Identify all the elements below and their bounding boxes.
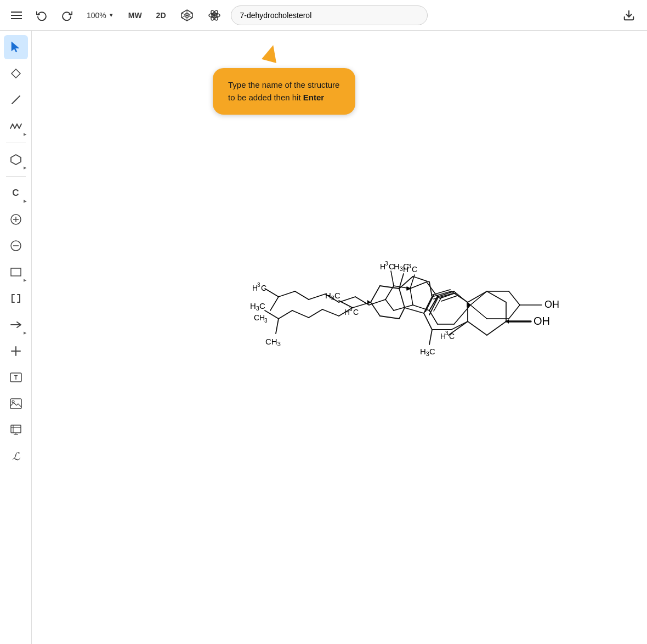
svg-line-117 (413, 276, 429, 282)
tool-ring[interactable]: ▶ (4, 148, 28, 172)
svg-line-127 (339, 301, 353, 308)
svg-text:T: T (14, 375, 17, 381)
svg-point-11 (213, 14, 215, 16)
svg-line-120 (371, 286, 380, 302)
zoom-value: 100% (87, 11, 106, 20)
svg-line-132 (279, 310, 292, 319)
svg-line-96 (487, 321, 506, 335)
svg-marker-13 (12, 42, 19, 52)
svg-line-110 (434, 293, 452, 299)
chain-arrow: ▶ (24, 132, 26, 137)
svg-line-114 (405, 308, 424, 313)
svg-line-103 (449, 321, 468, 335)
tooltip-bold-text: Enter (303, 93, 324, 102)
tool-carbon[interactable]: C ▶ (4, 181, 28, 205)
menu-button[interactable] (7, 8, 26, 23)
svg-line-130 (309, 309, 322, 318)
tool-charge-plus[interactable] (4, 207, 28, 231)
carbon-arrow: ▶ (24, 199, 26, 204)
redo-button[interactable] (57, 7, 77, 24)
divider-1 (6, 143, 26, 143)
svg-line-115 (399, 289, 405, 308)
svg-line-129 (322, 309, 339, 316)
main-layout: ▶ ▶ C ▶ (0, 31, 647, 644)
atom-button[interactable] (203, 5, 225, 25)
tool-template[interactable] (4, 418, 28, 442)
arrow-sub-arrow: ▶ (24, 331, 26, 335)
script-icon: ℒ (12, 450, 20, 463)
svg-line-123 (399, 308, 405, 319)
tool-chain[interactable]: ▶ (4, 114, 28, 138)
svg-line-118 (429, 282, 432, 297)
tooltip-bubble: Type the name of the structure to be add… (213, 68, 355, 115)
main-toolbar: 100% ▼ MW 2D (0, 0, 647, 31)
svg-text:H3C: H3C (325, 291, 340, 301)
svg-line-15 (12, 96, 20, 104)
rect-arrow: ▶ (24, 278, 26, 283)
canvas-area[interactable]: Type the name of the structure to be add… (32, 31, 647, 644)
tool-rectangle[interactable]: ▶ (4, 260, 28, 284)
svg-text:H3C: H3C (250, 301, 265, 312)
svg-line-125 (429, 330, 432, 344)
svg-rect-34 (10, 399, 21, 409)
sidebar: ▶ ▶ C ▶ (0, 31, 32, 644)
svg-rect-36 (11, 425, 21, 433)
2d-button[interactable]: 2D (152, 9, 171, 22)
zoom-dropdown-icon: ▼ (109, 12, 114, 18)
svg-marker-14 (12, 69, 20, 78)
svg-line-119 (380, 286, 399, 289)
compound-search-input[interactable] (231, 5, 428, 25)
tool-script[interactable]: ℒ (4, 444, 28, 468)
svg-line-121 (371, 302, 380, 316)
carbon-label: C (12, 188, 19, 199)
tool-bracket[interactable] (4, 286, 28, 310)
svg-line-104 (451, 291, 468, 302)
tool-plus[interactable] (4, 339, 28, 363)
download-button[interactable] (617, 6, 640, 25)
zoom-control[interactable]: 100% ▼ (82, 9, 118, 22)
tool-arrow[interactable]: ▶ (4, 313, 28, 337)
svg-line-109 (451, 321, 468, 330)
ring-arrow: ▶ (24, 166, 26, 170)
svg-rect-22 (11, 268, 21, 276)
svg-text:OH: OH (534, 315, 550, 327)
svg-marker-16 (11, 155, 21, 165)
tool-select[interactable] (4, 35, 28, 59)
molecule-svg-accurate: OH H3C H3C H3C H3C CH3 (76, 195, 569, 426)
3d-structure-button[interactable] (176, 5, 198, 25)
svg-line-131 (292, 310, 309, 318)
svg-line-122 (380, 316, 399, 319)
svg-line-107 (424, 313, 432, 330)
tool-bond[interactable] (4, 88, 28, 112)
svg-line-99 (468, 291, 487, 302)
divider-2 (6, 176, 26, 177)
svg-line-133 (265, 310, 279, 319)
mw-button[interactable]: MW (124, 9, 146, 22)
svg-line-134 (276, 319, 279, 334)
svg-text:H3C: H3C (420, 347, 435, 357)
svg-point-35 (12, 400, 14, 403)
tool-image[interactable] (4, 392, 28, 416)
svg-text:CH3: CH3 (265, 337, 281, 347)
svg-marker-141 (367, 300, 371, 304)
svg-line-128 (339, 308, 353, 316)
svg-text:H3C: H3C (394, 262, 409, 272)
tool-text[interactable]: T (4, 365, 28, 389)
svg-line-98 (487, 291, 506, 302)
undo-button[interactable] (32, 7, 52, 24)
tool-erase[interactable] (4, 61, 28, 86)
molecule-display: OH H 3 C H 3 C H 3 C H 3 C H 3 (76, 195, 569, 470)
tool-charge-minus[interactable] (4, 234, 28, 258)
svg-line-101 (468, 321, 487, 335)
